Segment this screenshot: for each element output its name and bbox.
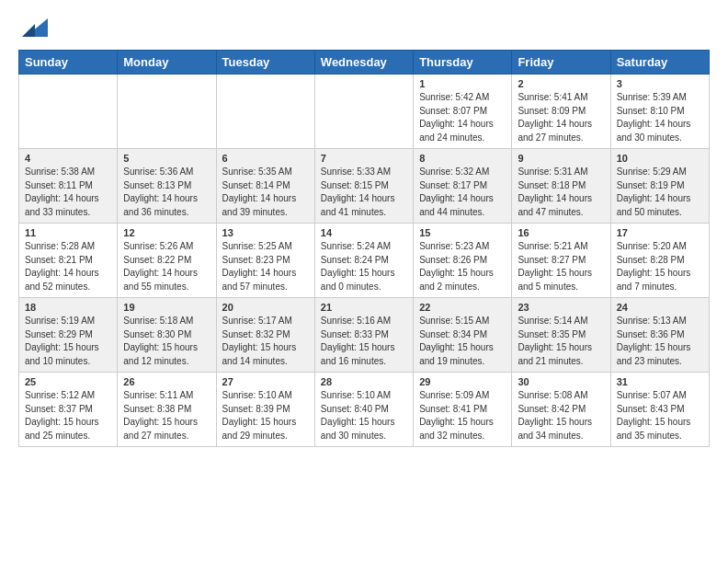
page: SundayMondayTuesdayWednesdayThursdayFrid… — [0, 0, 728, 465]
calendar-cell — [118, 75, 216, 149]
day-info: Sunrise: 5:38 AM Sunset: 8:11 PM Dayligh… — [25, 166, 111, 219]
calendar-cell: 11Sunrise: 5:28 AM Sunset: 8:21 PM Dayli… — [19, 224, 118, 298]
calendar-cell: 12Sunrise: 5:26 AM Sunset: 8:22 PM Dayli… — [118, 224, 216, 298]
day-number: 7 — [321, 153, 407, 164]
day-info: Sunrise: 5:14 AM Sunset: 8:35 PM Dayligh… — [518, 315, 604, 368]
header — [18, 15, 710, 40]
weekday-header-friday: Friday — [512, 51, 610, 75]
calendar-cell: 23Sunrise: 5:14 AM Sunset: 8:35 PM Dayli… — [512, 298, 610, 373]
day-number: 3 — [617, 78, 703, 89]
weekday-header-sunday: Sunday — [19, 51, 118, 75]
day-info: Sunrise: 5:17 AM Sunset: 8:32 PM Dayligh… — [222, 315, 309, 368]
day-info: Sunrise: 5:31 AM Sunset: 8:18 PM Dayligh… — [518, 166, 604, 219]
day-number: 23 — [518, 302, 604, 313]
day-info: Sunrise: 5:18 AM Sunset: 8:30 PM Dayligh… — [123, 315, 210, 368]
day-info: Sunrise: 5:10 AM Sunset: 8:39 PM Dayligh… — [222, 389, 309, 442]
day-info: Sunrise: 5:28 AM Sunset: 8:21 PM Dayligh… — [25, 240, 111, 293]
day-number: 29 — [419, 376, 506, 387]
calendar-cell: 31Sunrise: 5:07 AM Sunset: 8:43 PM Dayli… — [610, 373, 709, 447]
day-number: 24 — [617, 302, 703, 313]
day-number: 20 — [222, 302, 309, 313]
calendar-cell: 6Sunrise: 5:35 AM Sunset: 8:14 PM Daylig… — [216, 149, 314, 224]
calendar-cell: 5Sunrise: 5:36 AM Sunset: 8:13 PM Daylig… — [118, 149, 216, 224]
calendar-cell: 13Sunrise: 5:25 AM Sunset: 8:23 PM Dayli… — [216, 224, 314, 298]
day-number: 12 — [123, 227, 210, 238]
calendar-cell — [216, 75, 314, 149]
calendar-cell — [19, 75, 118, 149]
calendar-cell: 9Sunrise: 5:31 AM Sunset: 8:18 PM Daylig… — [512, 149, 610, 224]
calendar-cell: 16Sunrise: 5:21 AM Sunset: 8:27 PM Dayli… — [512, 224, 610, 298]
logo — [18, 15, 48, 40]
day-number: 15 — [419, 227, 506, 238]
weekday-header-row: SundayMondayTuesdayWednesdayThursdayFrid… — [19, 51, 710, 75]
day-number: 10 — [617, 153, 703, 164]
day-number: 6 — [222, 153, 309, 164]
day-number: 1 — [419, 78, 506, 89]
calendar-cell: 7Sunrise: 5:33 AM Sunset: 8:15 PM Daylig… — [314, 149, 413, 224]
day-info: Sunrise: 5:15 AM Sunset: 8:34 PM Dayligh… — [419, 315, 506, 368]
calendar-cell — [314, 75, 413, 149]
day-number: 27 — [222, 376, 309, 387]
weekday-header-monday: Monday — [118, 51, 216, 75]
day-info: Sunrise: 5:33 AM Sunset: 8:15 PM Dayligh… — [321, 166, 407, 219]
day-info: Sunrise: 5:16 AM Sunset: 8:33 PM Dayligh… — [321, 315, 407, 368]
calendar-cell: 14Sunrise: 5:24 AM Sunset: 8:24 PM Dayli… — [314, 224, 413, 298]
day-info: Sunrise: 5:19 AM Sunset: 8:29 PM Dayligh… — [25, 315, 111, 368]
day-number: 30 — [518, 376, 604, 387]
day-info: Sunrise: 5:35 AM Sunset: 8:14 PM Dayligh… — [222, 166, 309, 219]
day-info: Sunrise: 5:29 AM Sunset: 8:19 PM Dayligh… — [617, 166, 703, 219]
calendar-cell: 18Sunrise: 5:19 AM Sunset: 8:29 PM Dayli… — [19, 298, 118, 373]
calendar-cell: 22Sunrise: 5:15 AM Sunset: 8:34 PM Dayli… — [414, 298, 512, 373]
calendar-cell: 1Sunrise: 5:42 AM Sunset: 8:07 PM Daylig… — [414, 75, 512, 149]
weekday-header-tuesday: Tuesday — [216, 51, 314, 75]
day-info: Sunrise: 5:24 AM Sunset: 8:24 PM Dayligh… — [321, 240, 407, 293]
weekday-header-thursday: Thursday — [414, 51, 512, 75]
day-number: 22 — [419, 302, 506, 313]
svg-marker-1 — [22, 24, 35, 37]
calendar-cell: 21Sunrise: 5:16 AM Sunset: 8:33 PM Dayli… — [314, 298, 413, 373]
calendar-row-2: 11Sunrise: 5:28 AM Sunset: 8:21 PM Dayli… — [19, 224, 710, 298]
calendar-cell: 29Sunrise: 5:09 AM Sunset: 8:41 PM Dayli… — [414, 373, 512, 447]
day-number: 5 — [123, 153, 210, 164]
day-info: Sunrise: 5:36 AM Sunset: 8:13 PM Dayligh… — [123, 166, 210, 219]
calendar-cell: 26Sunrise: 5:11 AM Sunset: 8:38 PM Dayli… — [118, 373, 216, 447]
day-info: Sunrise: 5:10 AM Sunset: 8:40 PM Dayligh… — [321, 389, 407, 442]
day-number: 13 — [222, 227, 309, 238]
day-number: 17 — [617, 227, 703, 238]
logo-icon — [22, 15, 48, 40]
calendar-cell: 17Sunrise: 5:20 AM Sunset: 8:28 PM Dayli… — [610, 224, 709, 298]
calendar-cell: 20Sunrise: 5:17 AM Sunset: 8:32 PM Dayli… — [216, 298, 314, 373]
calendar-row-1: 4Sunrise: 5:38 AM Sunset: 8:11 PM Daylig… — [19, 149, 710, 224]
calendar-row-3: 18Sunrise: 5:19 AM Sunset: 8:29 PM Dayli… — [19, 298, 710, 373]
day-info: Sunrise: 5:07 AM Sunset: 8:43 PM Dayligh… — [617, 389, 703, 442]
day-number: 28 — [321, 376, 407, 387]
day-number: 11 — [25, 227, 111, 238]
day-number: 31 — [617, 376, 703, 387]
day-number: 21 — [321, 302, 407, 313]
calendar-cell: 30Sunrise: 5:08 AM Sunset: 8:42 PM Dayli… — [512, 373, 610, 447]
day-info: Sunrise: 5:09 AM Sunset: 8:41 PM Dayligh… — [419, 389, 506, 442]
day-number: 26 — [123, 376, 210, 387]
calendar-cell: 28Sunrise: 5:10 AM Sunset: 8:40 PM Dayli… — [314, 373, 413, 447]
day-info: Sunrise: 5:12 AM Sunset: 8:37 PM Dayligh… — [25, 389, 111, 442]
day-info: Sunrise: 5:13 AM Sunset: 8:36 PM Dayligh… — [617, 315, 703, 368]
calendar-table: SundayMondayTuesdayWednesdayThursdayFrid… — [18, 50, 710, 447]
calendar-cell: 2Sunrise: 5:41 AM Sunset: 8:09 PM Daylig… — [512, 75, 610, 149]
day-number: 9 — [518, 153, 604, 164]
day-info: Sunrise: 5:23 AM Sunset: 8:26 PM Dayligh… — [419, 240, 506, 293]
calendar-cell: 19Sunrise: 5:18 AM Sunset: 8:30 PM Dayli… — [118, 298, 216, 373]
day-number: 18 — [25, 302, 111, 313]
day-info: Sunrise: 5:41 AM Sunset: 8:09 PM Dayligh… — [518, 91, 604, 144]
day-info: Sunrise: 5:42 AM Sunset: 8:07 PM Dayligh… — [419, 91, 506, 144]
calendar-cell: 27Sunrise: 5:10 AM Sunset: 8:39 PM Dayli… — [216, 373, 314, 447]
weekday-header-wednesday: Wednesday — [314, 51, 413, 75]
calendar-cell: 8Sunrise: 5:32 AM Sunset: 8:17 PM Daylig… — [414, 149, 512, 224]
calendar-row-0: 1Sunrise: 5:42 AM Sunset: 8:07 PM Daylig… — [19, 75, 710, 149]
day-number: 25 — [25, 376, 111, 387]
day-info: Sunrise: 5:11 AM Sunset: 8:38 PM Dayligh… — [123, 389, 210, 442]
calendar-cell: 10Sunrise: 5:29 AM Sunset: 8:19 PM Dayli… — [610, 149, 709, 224]
day-number: 19 — [123, 302, 210, 313]
calendar-cell: 15Sunrise: 5:23 AM Sunset: 8:26 PM Dayli… — [414, 224, 512, 298]
calendar-cell: 4Sunrise: 5:38 AM Sunset: 8:11 PM Daylig… — [19, 149, 118, 224]
day-info: Sunrise: 5:32 AM Sunset: 8:17 PM Dayligh… — [419, 166, 506, 219]
